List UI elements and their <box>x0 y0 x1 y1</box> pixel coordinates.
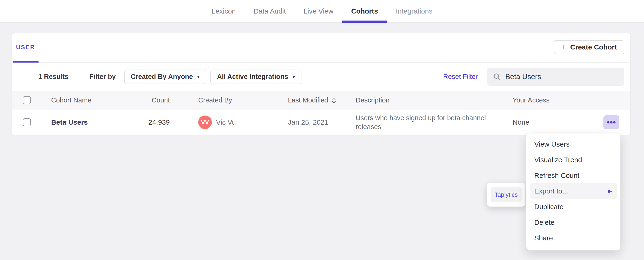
menu-item-export-to[interactable]: Export to... ▶ <box>530 183 617 199</box>
top-nav: Lexicon Data Audit Live View Cohorts Int… <box>0 0 644 23</box>
menu-item-visualize-trend[interactable]: Visualize Trend <box>530 152 617 168</box>
export-submenu: Taplytics <box>487 183 526 206</box>
avatar: VV <box>198 116 212 129</box>
submenu-item-taplytics[interactable]: Taplytics <box>490 187 522 202</box>
menu-item-share[interactable]: Share <box>530 230 617 246</box>
header-your-access: Your Access <box>512 96 572 104</box>
search-input[interactable] <box>505 68 624 86</box>
header-created-by: Created By <box>170 96 288 104</box>
header-cohort-name: Cohort Name <box>51 96 116 104</box>
nav-tab-data-audit[interactable]: Data Audit <box>245 0 295 22</box>
header-count: Count <box>116 96 170 104</box>
submenu-arrow-icon: ▶ <box>608 188 612 194</box>
cohorts-page: Lexicon Data Audit Live View Cohorts Int… <box>0 0 644 23</box>
cohort-description: Users who have signed up for beta channe… <box>356 114 506 131</box>
nav-tab-lexicon[interactable]: Lexicon <box>203 0 244 22</box>
table-header-row: Cohort Name Count Created By Last Modifi… <box>12 91 630 110</box>
integrations-dropdown[interactable]: All Active Integrations ▾ <box>210 70 302 84</box>
created-by-dropdown-value: Created By Anyone <box>131 73 193 80</box>
filter-by-label: Filter by <box>90 73 116 80</box>
row-checkbox-cell <box>12 118 51 126</box>
integrations-dropdown-value: All Active Integrations <box>217 73 288 80</box>
nav-tab-live-view[interactable]: Live View <box>295 0 342 22</box>
cohort-name-link[interactable]: Beta Users <box>51 118 88 126</box>
cohorts-card: USER + Create Cohort 1 Results Filter by… <box>12 33 630 135</box>
header-last-modified[interactable]: Last Modified <box>288 96 356 104</box>
header-checkbox-cell <box>12 96 51 104</box>
ellipsis-icon <box>607 121 610 124</box>
ellipsis-icon <box>610 121 612 124</box>
context-menu: View Users Visualize Trend Refresh Count… <box>526 134 620 250</box>
reset-filter-link[interactable]: Reset Filter <box>443 73 478 80</box>
header-description: Description <box>356 96 512 104</box>
cohort-count: 24,939 <box>148 118 170 126</box>
create-cohort-label: Create Cohort <box>570 43 617 51</box>
header-last-modified-label: Last Modified <box>288 96 328 104</box>
row-checkbox[interactable] <box>23 118 31 126</box>
menu-item-delete[interactable]: Delete <box>530 214 617 230</box>
tab-user[interactable]: USER <box>12 44 38 62</box>
chevron-down-icon: ▾ <box>197 74 200 80</box>
plus-icon: + <box>561 42 566 51</box>
search-box[interactable] <box>487 68 624 86</box>
last-modified-date: Jan 25, 2021 <box>288 118 328 126</box>
menu-item-view-users[interactable]: View Users <box>530 136 617 152</box>
card-header: USER + Create Cohort <box>12 34 630 62</box>
your-access-value: None <box>512 118 529 126</box>
menu-item-refresh-count[interactable]: Refresh Count <box>530 168 617 183</box>
more-actions-button[interactable] <box>603 115 619 129</box>
menu-item-export-label: Export to... <box>534 187 568 195</box>
filter-bar: 1 Results Filter by Created By Anyone ▾ … <box>12 62 630 91</box>
nav-tab-cohorts[interactable]: Cohorts <box>342 0 387 22</box>
created-by-dropdown[interactable]: Created By Anyone ▾ <box>124 70 206 84</box>
vertical-divider <box>79 70 79 83</box>
results-count: 1 Results <box>38 73 68 80</box>
sort-icon[interactable] <box>331 97 336 104</box>
select-all-checkbox[interactable] <box>23 96 31 104</box>
menu-item-duplicate[interactable]: Duplicate <box>530 199 617 214</box>
ellipsis-icon <box>613 121 616 124</box>
search-icon <box>493 73 501 81</box>
created-by-name: Vic Vu <box>216 118 236 126</box>
table-row: Beta Users 24,939 VV Vic Vu Jan 25, 2021… <box>12 110 630 135</box>
nav-tab-integrations[interactable]: Integrations <box>387 0 441 22</box>
create-cohort-button[interactable]: + Create Cohort <box>554 40 624 54</box>
chevron-down-icon: ▾ <box>292 74 295 80</box>
